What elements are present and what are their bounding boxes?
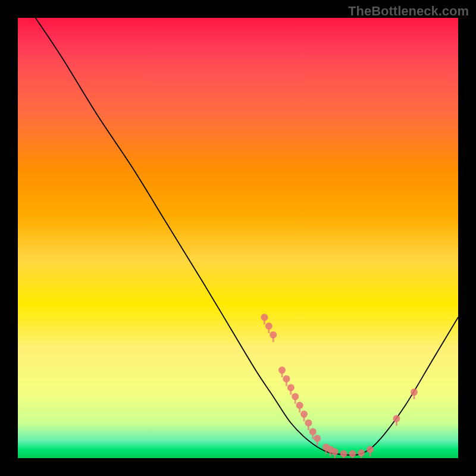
marker-tick [325,450,327,455]
marker-tick [303,416,305,421]
marker-tick [308,425,309,430]
bottleneck-curve-line [36,18,458,455]
marker-tick [317,441,318,446]
marker-tick [330,452,331,456]
marker-tick [334,454,336,458]
marker-tick [396,421,397,425]
marker-tick [273,337,274,342]
watermark-text: TheBottleneck.com [348,4,469,19]
marker-tick [343,456,345,458]
marker-tick [264,320,265,324]
marker-tick [312,434,314,439]
marker-tick [268,328,270,333]
marker-tick [369,452,371,456]
data-markers [261,314,418,458]
marker-tick [290,390,292,395]
marker-tick [414,394,415,399]
chart-svg [18,18,458,458]
marker-tick [281,372,283,377]
marker-tick [299,408,300,412]
marker-tick [295,399,296,403]
plot-area [18,18,458,458]
marker-tick [352,456,353,458]
marker-tick [361,455,362,458]
marker-tick [286,381,287,386]
